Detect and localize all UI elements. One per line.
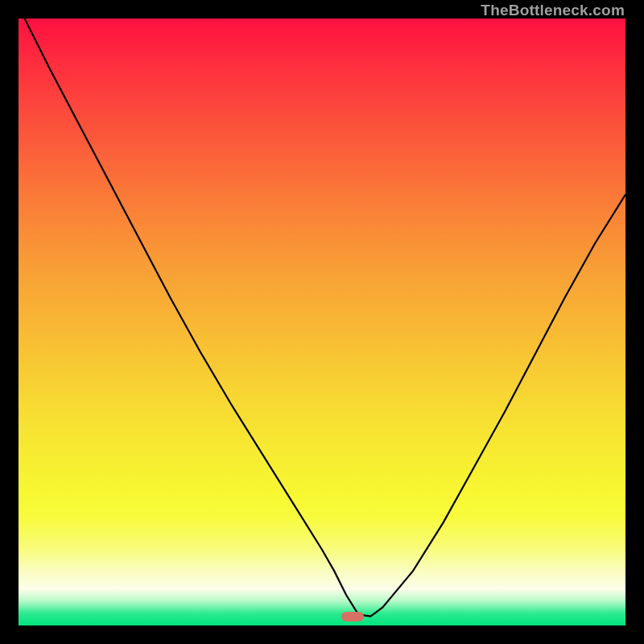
bottleneck-curve: [19, 19, 625, 625]
optimal-marker: [341, 612, 364, 621]
chart-frame: TheBottleneck.com: [0, 0, 644, 644]
watermark-text: TheBottleneck.com: [481, 2, 625, 19]
plot-area: [19, 19, 625, 625]
